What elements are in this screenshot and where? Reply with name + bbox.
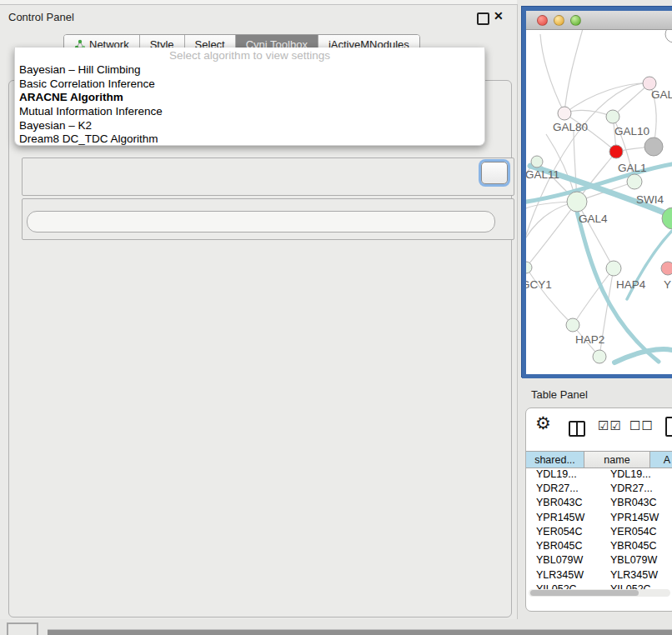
column-header-a[interactable]: A (650, 452, 672, 468)
network-node-gal1[interactable] (609, 145, 623, 158)
table-panel-title: Table Panel (531, 388, 588, 401)
table-body: YDL19...YDL19...13YDR27...YDR27...12YBR0… (526, 467, 672, 589)
float-window-icon[interactable] (477, 12, 489, 25)
node-label: GAL (651, 88, 672, 101)
cell: YBL079W (526, 554, 594, 566)
inference-algorithm-group (22, 158, 514, 196)
table-row[interactable]: YER054CYER054C8. (526, 524, 672, 538)
close-traffic-icon[interactable] (537, 15, 548, 26)
cell: YIL052C (594, 583, 672, 589)
table-row[interactable]: YBR045CYBR045C9. (526, 538, 672, 552)
algorithm-dropdown-popup: Select algorithm to view settings Bayesi… (14, 48, 485, 146)
network-combobox-fragment[interactable] (27, 211, 495, 232)
cell: YBR043C (526, 497, 594, 508)
cell: YLR345W (594, 569, 672, 581)
table-panel-window: ⚙ ☑☑ ☐☐ shared...nameA YDL19...YDL19...1… (525, 408, 672, 612)
algorithm-combobox-fragment[interactable] (481, 162, 508, 184)
cell: YER054C (594, 526, 672, 538)
cell: YBR045C (594, 540, 672, 552)
panel-title: Control Panel (8, 11, 74, 23)
network-node-swi4[interactable] (627, 174, 642, 189)
network-edge (526, 268, 573, 325)
node-label: Y (664, 278, 671, 291)
network-node-gcy1[interactable] (526, 262, 532, 273)
network-edge-highlighted (614, 349, 672, 362)
network-graph: GALGAL80GAL10GAL1GAL11SWI4GAL4GCY1HAP4YH… (526, 30, 672, 366)
table-row[interactable]: YPR145WYPR145W9. (526, 510, 672, 524)
network-node[interactable] (593, 350, 606, 363)
cyni-toolbox-panel (8, 80, 512, 618)
network-window-titlebar[interactable] (526, 11, 672, 30)
cell: YDR27... (526, 482, 594, 494)
network-node-gal80[interactable] (558, 107, 571, 120)
table-horizontal-scrollbar[interactable] (529, 589, 670, 597)
dropdown-item-dream8-dc-tdc-algorithm[interactable]: Dream8 DC_TDC Algorithm (15, 132, 484, 147)
network-node[interactable] (644, 138, 663, 156)
node-label: GAL1 (618, 162, 647, 174)
node-label: GAL4 (579, 212, 608, 225)
table-row[interactable]: YBL079WYBL079W (526, 553, 672, 568)
cell: YPR145W (594, 512, 672, 523)
table-row[interactable]: YDL19...YDL19...13 (526, 467, 672, 481)
network-edge (564, 110, 613, 117)
network-node-gal11[interactable] (531, 156, 543, 168)
node-label: GAL10 (614, 125, 649, 138)
network-edge (564, 83, 649, 113)
cell: YER054C (526, 526, 594, 538)
column-header-shared[interactable]: shared... (526, 452, 584, 468)
select-all-icon[interactable]: ☑☑ (598, 418, 622, 433)
cell: YIL052C (526, 583, 594, 589)
table-row[interactable]: YIL052CYIL052C9. (526, 582, 672, 589)
table-row[interactable]: YDR27...YDR27...12 (526, 481, 672, 495)
node-label: HAP2 (575, 333, 604, 346)
dropdown-item-aracne-algorithm[interactable]: ARACNE Algorithm (15, 91, 484, 105)
cell: YDR27... (594, 482, 672, 494)
new-table-icon[interactable] (665, 417, 672, 437)
collapsed-panel-icon[interactable] (7, 622, 38, 635)
zoom-traffic-icon[interactable] (570, 15, 581, 26)
network-node-hap4[interactable] (606, 261, 621, 276)
split-columns-icon[interactable] (569, 421, 585, 437)
node-label: SWI4 (636, 193, 664, 206)
network-view-window: GALGAL80GAL10GAL1GAL11SWI4GAL4GCY1HAP4YH… (522, 7, 672, 378)
cell: YPR145W (526, 512, 594, 523)
minimize-traffic-icon[interactable] (554, 15, 564, 26)
dropdown-prompt: Select algorithm to view settings (15, 48, 484, 63)
cell: YBL079W (594, 554, 672, 566)
network-edge (613, 83, 649, 117)
table-row[interactable]: YBR043CYBR043C (526, 496, 672, 510)
network-node-gal4[interactable] (567, 192, 587, 212)
table-header: shared...nameA (526, 451, 672, 468)
node-label: GCY1 (526, 278, 552, 291)
cell: YDL19... (526, 468, 594, 480)
network-node-y[interactable] (661, 262, 672, 275)
dropdown-item-basic-correlation-inference[interactable]: Basic Correlation Inference (15, 78, 484, 92)
bottom-panel-edge (48, 629, 672, 635)
deselect-all-icon[interactable]: ☐☐ (629, 418, 654, 433)
node-label: GAL11 (526, 168, 559, 181)
close-icon[interactable]: ✕ (494, 9, 504, 22)
network-edge (564, 30, 584, 113)
column-header-name[interactable]: name (584, 452, 650, 468)
dropdown-item-bayesian-hill-climbing[interactable]: Bayesian – Hill Climbing (15, 63, 484, 78)
dropdown-item-bayesian-k2[interactable]: Bayesian – K2 (15, 119, 484, 133)
dropdown-item-mutual-information-inference[interactable]: Mutual Information Inference (15, 105, 484, 119)
gear-icon[interactable]: ⚙ (535, 413, 551, 433)
cell: YBR045C (526, 540, 594, 552)
node-label: HAP4 (616, 278, 646, 291)
table-row[interactable]: YLR345WYLR345W9. (526, 568, 672, 582)
cell: YDL19... (594, 468, 672, 480)
network-node-gal10[interactable] (606, 110, 619, 123)
network-canvas[interactable]: GALGAL80GAL10GAL1GAL11SWI4GAL4GCY1HAP4YH… (526, 30, 672, 366)
cell: YBR043C (594, 497, 672, 508)
network-edge (540, 34, 564, 113)
cell: YLR345W (526, 569, 594, 581)
network-node[interactable] (665, 30, 672, 42)
network-node-hap2[interactable] (566, 318, 579, 332)
node-label: GAL80 (553, 121, 588, 133)
